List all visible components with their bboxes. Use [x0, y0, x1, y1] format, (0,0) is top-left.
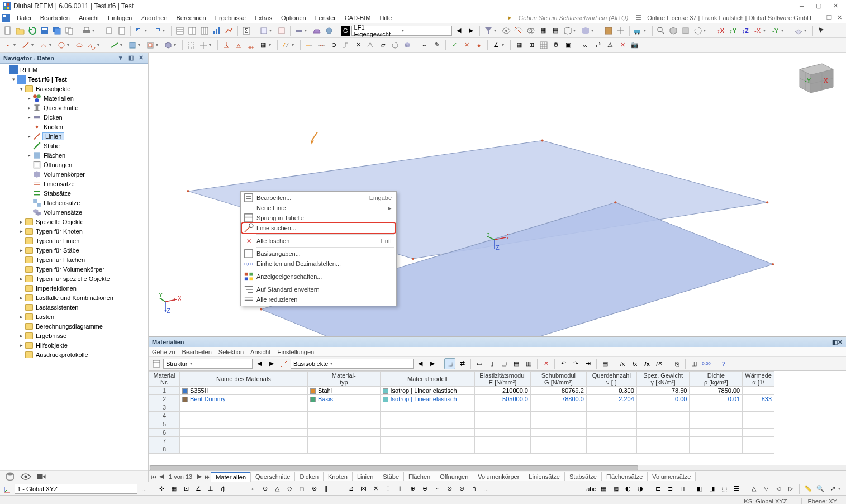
extrude-button[interactable]: ▱: [377, 40, 388, 51]
rotate-copy-button[interactable]: [389, 40, 401, 51]
panel-fx[interactable]: fx: [617, 358, 628, 369]
zoom-fit-button[interactable]: [655, 25, 667, 36]
ctx-jump-table[interactable]: Sprung in Tabelle: [242, 213, 395, 223]
support-button[interactable]: [221, 40, 232, 51]
iso-button[interactable]: ▦: [538, 25, 549, 36]
table-row[interactable]: 3: [149, 403, 774, 412]
redo-button[interactable]: [151, 25, 163, 36]
spline-button[interactable]: [86, 40, 97, 51]
osnap-3[interactable]: △: [272, 483, 283, 495]
calculate-button[interactable]: Σ: [241, 25, 252, 36]
vis-2[interactable]: ◨: [706, 483, 717, 495]
axis-z-button[interactable]: ↕Z: [740, 25, 751, 36]
tree-lastfaelle[interactable]: ▸Lastfälle und Kombinationen: [0, 293, 148, 302]
panel-basis-icon[interactable]: [278, 358, 289, 369]
database-icon[interactable]: [4, 472, 16, 481]
snap-6[interactable]: ⫛: [217, 483, 229, 495]
snap-7[interactable]: ⋯: [230, 483, 241, 495]
grid3-button[interactable]: ▦: [514, 40, 525, 51]
menu-datei[interactable]: Datei: [12, 13, 36, 22]
tab-next[interactable]: ▶: [196, 473, 203, 480]
move-button[interactable]: [198, 40, 209, 51]
undo-dropdown[interactable]: ▾: [145, 28, 149, 33]
copy-button[interactable]: [104, 25, 115, 36]
tree-flaechensaetze[interactable]: Flächensätze: [0, 198, 148, 207]
menu-berechnen[interactable]: Berechnen: [172, 13, 211, 22]
view-rotate-button[interactable]: [692, 25, 704, 36]
node-button[interactable]: •: [2, 40, 13, 51]
ctx-delete-all[interactable]: ✕Alle löschenEntf: [242, 236, 395, 246]
refresh-button[interactable]: [27, 25, 38, 36]
menu-ansicht[interactable]: Ansicht: [74, 13, 103, 22]
tree-flaechen[interactable]: ▸Flächen: [0, 150, 148, 160]
tree-spezielle-objekte[interactable]: ▸Spezielle Objekte: [0, 217, 148, 226]
menu-hilfe[interactable]: Hilfe: [375, 13, 396, 22]
materials-grid[interactable]: Material Nr. Name des Materials Material…: [149, 370, 846, 465]
keyword-search[interactable]: Geben Sie ein Schlüsselwort ein (Alt+Q): [514, 15, 633, 21]
grid-hscroll[interactable]: [149, 465, 846, 470]
zoom-button[interactable]: 🔍: [815, 483, 826, 495]
cs-icon[interactable]: [2, 483, 13, 495]
sym-button[interactable]: ∞: [580, 40, 591, 51]
connect-button[interactable]: ⊕: [328, 40, 339, 51]
panel-menu-selektion[interactable]: Selektion: [218, 349, 244, 355]
camera-button[interactable]: 📷: [629, 40, 640, 51]
tree-basisobjekte[interactable]: ▾Basisobjekte: [0, 84, 148, 93]
solid-button[interactable]: [580, 25, 591, 36]
panel-highlight[interactable]: ⬚: [444, 358, 455, 369]
copy-move-button[interactable]: [281, 40, 292, 51]
tree-berechnung[interactable]: Berechnungsdiagramme: [0, 321, 148, 331]
osnap-4[interactable]: ◇: [284, 483, 295, 495]
cancel-button[interactable]: ✕: [461, 40, 472, 51]
table-row[interactable]: 7: [149, 437, 774, 445]
visibility-button[interactable]: [501, 25, 512, 36]
maximize-button[interactable]: ▢: [810, 1, 827, 12]
panel-fx-x[interactable]: f✕: [654, 358, 665, 369]
lc-toggle-4[interactable]: [311, 25, 322, 36]
table-row[interactable]: 5: [149, 420, 774, 429]
tab-volumensaetze[interactable]: Volumensätze: [647, 472, 696, 481]
wireframe-button[interactable]: [562, 25, 573, 36]
mdi-close[interactable]: ✕: [835, 14, 844, 22]
panel-copy[interactable]: ⎘: [671, 358, 682, 369]
osnap-17[interactable]: ⊘: [444, 483, 455, 495]
sections-button[interactable]: [615, 25, 626, 36]
table2-button[interactable]: [187, 25, 198, 36]
panel-structure-icon[interactable]: [151, 358, 162, 369]
clone-button[interactable]: [64, 25, 75, 36]
hide-button[interactable]: [513, 25, 524, 36]
osnap-7[interactable]: ∥: [321, 483, 332, 495]
tab-last[interactable]: ⏭: [203, 473, 211, 480]
cs-settings[interactable]: …: [139, 483, 150, 495]
support3-button[interactable]: [245, 40, 256, 51]
panel-close-button[interactable]: ✕: [838, 339, 843, 346]
circle-button[interactable]: [56, 40, 67, 51]
panel-help[interactable]: ?: [718, 358, 729, 369]
tree-volumensaetze[interactable]: Volumensätze: [0, 207, 148, 217]
tab-first[interactable]: ⏮: [150, 473, 158, 480]
osnap-14[interactable]: ⊕: [407, 483, 418, 495]
draw-button[interactable]: ✎: [431, 40, 443, 51]
vis-3[interactable]: ⬚: [719, 483, 730, 495]
osnap-12[interactable]: ⋮: [382, 483, 393, 495]
osnap-11[interactable]: ✕: [370, 483, 381, 495]
panel-list[interactable]: ▤: [600, 358, 611, 369]
join-button[interactable]: [340, 40, 351, 51]
ctx-basic[interactable]: Basisangaben...: [242, 249, 395, 259]
osnap-6[interactable]: ⊗: [308, 483, 320, 495]
menu-cadbim[interactable]: CAD-BIM: [340, 13, 375, 22]
tree-ausdruck[interactable]: Ausdruckprotokolle: [0, 350, 148, 359]
tree-staebe[interactable]: Stäbe: [0, 141, 148, 150]
axis-negx-button[interactable]: -X: [752, 25, 763, 36]
tree-project[interactable]: ▾Test.rf6 | Test: [0, 74, 148, 84]
tree-volumenkoerper[interactable]: Volumenkörper: [0, 169, 148, 179]
panel-dock-button[interactable]: ◧: [832, 339, 838, 346]
osnap-9[interactable]: ⊿: [345, 483, 357, 495]
render-1[interactable]: abc: [586, 483, 597, 495]
tree-typen-flaechen[interactable]: Typen für Flächen: [0, 255, 148, 264]
extend-button[interactable]: [303, 40, 315, 51]
tree-imperfektionen[interactable]: Imperfektionen: [0, 283, 148, 293]
panel-fx-bold[interactable]: fx: [641, 358, 653, 369]
osnap-13[interactable]: ⫴: [395, 483, 406, 495]
table-row[interactable]: 2 Bent Dummy Basis Isotrop | Linear elas…: [149, 395, 774, 403]
